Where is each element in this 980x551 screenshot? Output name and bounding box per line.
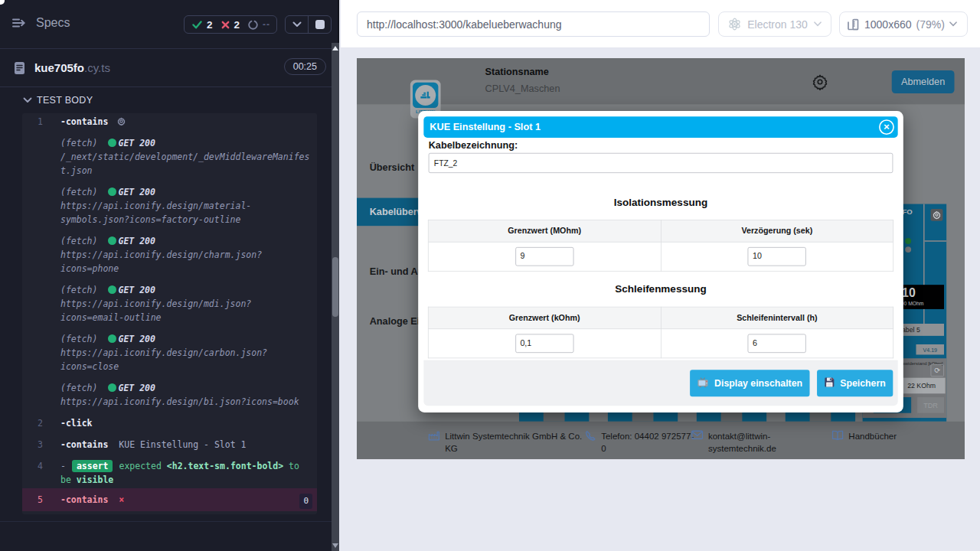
table-value-cell: 9 (428, 242, 661, 271)
firmware-version: V4.19 (916, 344, 944, 354)
success-dot-icon (108, 139, 116, 147)
stop-button[interactable] (309, 16, 331, 33)
scrollbar-down-arrow-icon[interactable] (332, 543, 338, 548)
modal-close-button[interactable]: × (879, 119, 894, 135)
slot-gear-button[interactable] (931, 209, 943, 221)
logo-circle (415, 85, 436, 106)
spec-file-row[interactable]: kue705fo.cy.ts 00:25 (0, 49, 339, 86)
value-input[interactable]: 10 (748, 247, 806, 266)
command-body: -containsKUE Einstellung - Slot 1 (60, 438, 312, 452)
table-header-cell: Grenzwert (MOhm) (428, 220, 661, 243)
value-input[interactable]: 9 (515, 247, 573, 266)
slot-card-edge-cap (632, 412, 654, 422)
cable-name-input[interactable]: FTZ_2 (429, 153, 893, 173)
request-status: GET 200 (118, 285, 155, 295)
company-icon (428, 430, 440, 455)
failed-count-badge: 0 (299, 494, 312, 509)
command-options-gear-icon (117, 117, 126, 126)
tdr-button[interactable]: TDR (917, 397, 944, 413)
url-bar[interactable]: http://localhost:3000/kabelueberwachung (357, 11, 710, 37)
command-row-failed[interactable]: 05-contains× (22, 488, 317, 511)
fetch-tag: (fetch) (60, 285, 97, 295)
request-url: https://api.iconify.design/material-symb… (60, 201, 251, 225)
failed-cross-icon (221, 21, 230, 29)
button-label: Speichern (840, 378, 886, 389)
electron-icon (728, 18, 741, 31)
logout-button[interactable]: Abmelden (892, 70, 955, 93)
settings-gear-icon[interactable] (812, 73, 828, 93)
table-value-cell: 10 (661, 242, 893, 271)
value-input[interactable]: 6 (748, 334, 806, 353)
network-log-entry: (fetch)GET 200https://api.iconify.design… (22, 381, 317, 409)
modal-titlebar: KUE Einstellung - Slot 1 × (423, 116, 897, 138)
network-log-text: (fetch)GET 200https://api.iconify.design… (60, 283, 312, 324)
scrollbar-up-arrow-icon[interactable] (332, 46, 338, 51)
app-under-test: LITTWIN Stationsname CPLV4_Maschen Abmel… (357, 58, 965, 459)
limit-value-field[interactable]: 22 KOhm (898, 378, 946, 394)
command-body: -assertexpected <h2.text-sm.font-bold> t… (60, 459, 312, 487)
table-header-cell: Schleifenintervall (h) (661, 307, 893, 329)
request-status: GET 200 (118, 138, 155, 148)
cypress-runner-window: Specs 2 2 -- kue70 (0, 0, 980, 551)
chevron-down-icon (949, 21, 957, 27)
cable-name-label: Kabelbezeichnung: (429, 140, 518, 151)
spec-file-name: kue705fo.cy.ts (34, 61, 110, 74)
email-icon (691, 430, 704, 455)
display-on-button[interactable]: Display einschalten (690, 370, 809, 396)
slot-card-edge-cap (810, 412, 831, 422)
network-log-text: (fetch)GET 200https://api.iconify.design… (60, 381, 312, 409)
reporter-scrollbar[interactable] (332, 43, 339, 551)
failed-x-icon: × (119, 494, 124, 505)
command-row-assert[interactable]: 4-assertexpected <h2.text-sm.font-bold> … (22, 459, 317, 487)
request-url: https://api.iconify.design/bi.json?icons… (60, 396, 299, 407)
network-log-text: (fetch)GET 200/_next/static/development/… (60, 136, 312, 178)
browser-select[interactable]: Electron 130 (718, 11, 831, 37)
divider (0, 521, 339, 522)
table-value-cell: 6 (661, 329, 893, 358)
station-label: Stationsname (485, 67, 549, 77)
success-dot-icon (108, 236, 116, 245)
viewport-select[interactable]: 1000x660 (79%) (839, 11, 968, 37)
scrollbar-thumb[interactable] (332, 257, 338, 317)
passed-check-icon (192, 21, 202, 29)
fetch-tag: (fetch) (60, 236, 97, 246)
app-header (357, 58, 965, 104)
status-led-green (905, 238, 911, 244)
kue-settings-modal: KUE Einstellung - Slot 1 × Kabelbezeichn… (418, 111, 903, 412)
test-body-toggle[interactable]: TEST BODY (0, 87, 339, 113)
fetch-tag: (fetch) (60, 383, 97, 393)
specs-menu-button[interactable]: Specs (12, 16, 70, 30)
command-log: 1-contains(fetch)GET 200/_next/static/de… (22, 113, 317, 514)
collapse-button[interactable] (286, 16, 308, 33)
phone-icon (585, 430, 596, 455)
spec-file-icon (14, 61, 25, 75)
save-icon (825, 377, 835, 390)
footer-contact-text: Handbücher (848, 430, 965, 443)
logo-square (413, 83, 438, 108)
command-number: 5 (22, 493, 43, 507)
save-button[interactable]: Speichern (817, 370, 893, 396)
command-row[interactable]: 2-click (22, 416, 317, 430)
network-log-text: (fetch)GET 200https://api.iconify.design… (60, 185, 312, 227)
value-input[interactable]: 0,1 (515, 334, 573, 353)
slot-card-edge (786, 412, 855, 422)
refresh-button[interactable]: ⟳ (931, 364, 944, 377)
success-dot-icon (108, 383, 116, 392)
request-url: https://api.iconify.design/carbon.json?i… (60, 347, 267, 372)
request-status: GET 200 (118, 187, 155, 197)
table-header-cell: Grenzwert (kOhm) (428, 307, 661, 329)
success-dot-icon (108, 334, 116, 343)
footer-contact-text: Telefon: 04402 972577-0 (601, 430, 695, 455)
section-title-2: Schleifenmessung (418, 283, 903, 295)
command-method: -contains (60, 494, 108, 505)
command-number: 3 (22, 438, 43, 452)
viewport-size: 1000x660 (864, 18, 912, 31)
command-row[interactable]: 1-contains (22, 115, 317, 129)
slot-card-edge-cap (544, 412, 565, 422)
command-number: 4 (22, 459, 43, 473)
command-row[interactable]: 3-containsKUE Einstellung - Slot 1 (22, 438, 317, 452)
footer-contact-book[interactable]: Handbücher (831, 430, 965, 443)
fetch-tag: (fetch) (60, 138, 97, 148)
section-title-1: Isolationsmessung (418, 197, 903, 209)
footer-contact-text: Littwin Systemtechnik GmbH & Co. KG (445, 430, 591, 455)
